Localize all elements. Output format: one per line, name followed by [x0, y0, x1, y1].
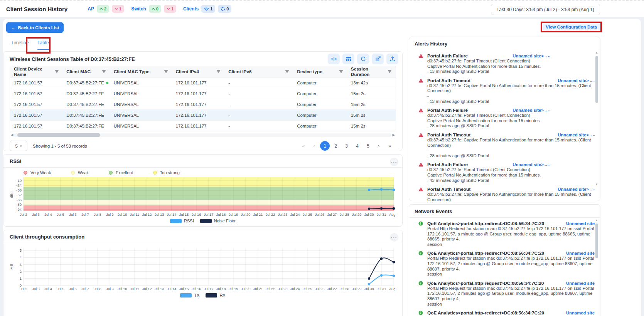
site-link[interactable]: Unnamed site	[555, 281, 595, 286]
svg-text:Jul 25: Jul 25	[303, 287, 312, 291]
cell-client-ipv4: 172.16.101.177	[172, 77, 225, 88]
site-link[interactable]: Unnamed site>→-	[501, 54, 550, 58]
date-range-picker[interactable]: Last 30 Days: 3:53 pm (Jul 2) - 3:53 pm …	[491, 4, 600, 15]
svg-text:Jul 17: Jul 17	[204, 213, 214, 217]
svg-text:-10: -10	[16, 178, 22, 183]
page-button-1[interactable]: 1	[320, 141, 330, 151]
table-horizontal-scrollbar[interactable]: ◀ ▶	[10, 133, 396, 137]
table-row[interactable]: 172.16.101.57D0:37:45:B2:27:FEUNIVERSAL1…	[10, 99, 396, 110]
table-row[interactable]: 172.16.101.57D0:37:45:B2:27:FEUNIVERSAL1…	[10, 110, 396, 121]
svg-text:Jul 20: Jul 20	[241, 287, 251, 291]
cell-client-mac: D0:37:45:B2:27:FE	[62, 121, 110, 131]
page-button-3[interactable]: 3	[342, 141, 351, 151]
svg-text:Jul 8: Jul 8	[94, 287, 101, 291]
export-button[interactable]	[386, 54, 398, 64]
manage-columns-button[interactable]	[342, 54, 354, 64]
left-column: Wireless Client Sessions Table of D0:37:…	[3, 51, 403, 316]
tab-table[interactable]: Table	[37, 37, 49, 50]
scroll-right-icon[interactable]: ▶	[391, 133, 396, 137]
svg-text:Jul 13: Jul 13	[155, 213, 164, 217]
throughput-card: Client throughput consumption ··· 012345…	[3, 230, 403, 316]
svg-text:Jul 21: Jul 21	[253, 287, 263, 291]
event-item-detail: session	[427, 242, 595, 247]
site-link[interactable]: Unnamed site>→-	[546, 133, 595, 137]
site-link[interactable]: Unnamed site>→-	[546, 187, 595, 192]
back-to-clients-button[interactable]: ← Back to Clients List	[6, 22, 64, 33]
site-link[interactable]: Unnamed site>→-	[501, 108, 550, 113]
filter-icon[interactable]	[102, 70, 106, 74]
prev-page-button[interactable]: ‹	[309, 141, 319, 151]
view-config-annotation: View Configuration Data	[541, 22, 602, 32]
table-row[interactable]: 172.16.101.57D0:37:45:B2:27:FEUNIVERSAL1…	[10, 88, 396, 99]
page-title: Client Session History	[6, 6, 67, 12]
clients-mesh-badge[interactable]: 0	[218, 5, 231, 13]
series-color-swatch	[206, 293, 217, 298]
svg-text:Jul 5: Jul 5	[57, 213, 64, 217]
filter-icon[interactable]	[55, 70, 59, 74]
table-row[interactable]: 172.16.101.57D0:37:45:B2:27:FEUNIVERSAL1…	[10, 121, 396, 131]
hscroll-thumb[interactable]	[17, 133, 100, 137]
alert-item-detail: , 43 minutes ago @ SSID Portal	[427, 178, 550, 183]
events-vertical-scrollbar[interactable]: ▲	[594, 219, 599, 258]
page-button-5[interactable]: 5	[363, 141, 373, 151]
svg-text:Jul 15: Jul 15	[179, 287, 189, 291]
first-page-button[interactable]: «	[298, 141, 308, 151]
last-page-button[interactable]: »	[385, 141, 394, 151]
vscroll-thumb[interactable]	[595, 56, 598, 103]
filter-icon[interactable]	[216, 70, 221, 74]
cell-client-device-name: 172.16.101.57	[10, 99, 63, 110]
filter-icon[interactable]	[285, 70, 289, 74]
hscroll-track[interactable]	[14, 133, 391, 137]
vscroll-thumb[interactable]	[595, 224, 598, 258]
cell-session-duration: 15m 2s	[347, 110, 396, 121]
ap-down-badge[interactable]: 1	[112, 5, 124, 13]
svg-text:Jul 27: Jul 27	[327, 213, 337, 217]
filter-icon[interactable]	[164, 70, 168, 74]
next-page-button[interactable]: ›	[374, 141, 384, 151]
scroll-up-icon[interactable]: ▲	[595, 51, 598, 54]
band-color-dot	[153, 171, 157, 175]
card-menu-button[interactable]: ···	[390, 233, 398, 242]
site-link[interactable]: Unnamed site	[555, 311, 595, 315]
scroll-left-icon[interactable]: ◀	[10, 133, 14, 137]
cell-client-ipv4: 172.16.101.177	[172, 121, 225, 131]
switch-down-count: 1	[171, 7, 174, 11]
column-resize-icon	[331, 56, 337, 62]
rssi-card-title: RSSI	[10, 158, 396, 164]
site-link[interactable]: Unnamed site	[555, 251, 595, 255]
ap-up-badge[interactable]: 2	[97, 5, 109, 13]
filter-icon[interactable]	[339, 70, 343, 74]
card-menu-button[interactable]: ···	[390, 158, 398, 166]
svg-text:-94: -94	[16, 207, 22, 212]
fit-columns-button[interactable]	[328, 54, 340, 64]
svg-text:Jul 26: Jul 26	[315, 213, 325, 217]
switch-down-badge[interactable]: 1	[164, 5, 176, 13]
svg-text:Jul 22: Jul 22	[266, 287, 275, 291]
svg-text:-80: -80	[16, 202, 22, 207]
event-item-title: QoE Analytics>portal.http-redirect>DC:08…	[427, 250, 544, 256]
svg-text:Jul 6: Jul 6	[69, 287, 76, 291]
site-link[interactable]: Unnamed site	[555, 221, 595, 226]
info-icon	[418, 251, 423, 255]
open-external-button[interactable]	[372, 54, 384, 64]
view-configuration-data-button[interactable]: View Configuration Data	[542, 23, 600, 31]
table-row[interactable]: 172.16.101.57D0:37:45:B2:27:FEUNIVERSAL1…	[10, 77, 396, 88]
filter-icon[interactable]	[388, 70, 392, 74]
scroll-down-icon[interactable]: ▼	[595, 183, 598, 186]
clients-wifi-badge[interactable]: 1	[201, 5, 215, 13]
alert-item: Portal Auth FailureUnnamed site>→-d0:37:…	[418, 162, 550, 183]
svg-text:Jul 27: Jul 27	[327, 287, 337, 291]
site-link[interactable]: Unnamed site>→-	[546, 78, 595, 83]
page-button-4[interactable]: 4	[352, 141, 362, 151]
page-button-2[interactable]: 2	[331, 141, 341, 151]
tab-timeline[interactable]: Timeline	[11, 37, 29, 50]
divider	[409, 217, 600, 218]
alert-item-detail: d0:37:45:b2:27:fe: Portal Timeout (Clien…	[427, 167, 550, 173]
svg-text:1: 1	[20, 276, 22, 281]
page-size-select[interactable]: 5 ▾	[10, 141, 27, 151]
alerts-vertical-scrollbar[interactable]: ▲	[594, 51, 599, 103]
site-link[interactable]: Unnamed site>→-	[501, 162, 550, 167]
refresh-button[interactable]	[357, 54, 369, 64]
scroll-up-icon[interactable]: ▲	[595, 219, 598, 222]
switch-up-badge[interactable]: 0	[149, 5, 161, 13]
